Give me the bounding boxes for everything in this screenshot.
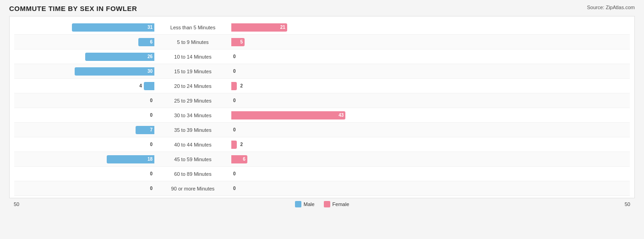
right-axis-label: 50	[625, 201, 630, 207]
bar-row: 060 to 89 Minutes0	[14, 167, 630, 181]
female-value: 21	[278, 25, 287, 30]
row-label: 30 to 34 Minutes	[156, 113, 229, 118]
female-swatch	[324, 201, 330, 207]
male-bar: 30	[75, 67, 154, 76]
row-label: 45 to 59 Minutes	[156, 157, 229, 162]
female-bar: 6	[231, 155, 247, 163]
row-label: 90 or more Minutes	[156, 186, 229, 191]
female-value-zero: 0	[233, 54, 236, 59]
female-value: 5	[238, 39, 245, 44]
male-value: 30	[146, 69, 154, 74]
female-value: 2	[240, 83, 243, 88]
female-bar	[231, 141, 237, 149]
female-bar	[231, 82, 237, 90]
male-bar: 18	[107, 155, 154, 163]
legend-female: Female	[324, 201, 349, 207]
male-value: 18	[146, 157, 154, 162]
female-value: 2	[240, 142, 243, 147]
male-label: Male	[304, 201, 315, 207]
bar-row: 65 to 9 Minutes5	[14, 35, 630, 49]
male-value-zero: 0	[150, 171, 153, 176]
bar-row: 31Less than 5 Minutes21	[14, 20, 630, 35]
chart-title: COMMUTE TIME BY SEX IN FOWLER	[9, 5, 137, 12]
female-value-zero: 0	[233, 186, 236, 191]
row-label: 15 to 19 Minutes	[156, 69, 229, 74]
female-value-zero: 0	[233, 69, 236, 74]
male-bar: 6	[138, 38, 154, 46]
row-label: 35 to 39 Minutes	[156, 127, 229, 133]
legend-center: Male Female	[295, 201, 349, 207]
male-bar: 7	[136, 126, 154, 134]
bar-row: 040 to 44 Minutes2	[14, 137, 630, 152]
female-value-zero: 0	[233, 127, 236, 132]
male-bar	[144, 82, 154, 90]
female-label: Female	[333, 201, 349, 207]
male-value: 7	[148, 127, 154, 132]
row-label: 25 to 29 Minutes	[156, 98, 229, 103]
male-value-zero: 0	[150, 98, 153, 103]
female-value: 43	[337, 113, 345, 118]
bar-row: 090 or more Minutes0	[14, 181, 630, 196]
male-value: 6	[148, 39, 154, 44]
female-bar: 43	[231, 111, 345, 120]
bar-row: 420 to 24 Minutes2	[14, 79, 630, 93]
male-value: 26	[146, 54, 154, 59]
row-label: Less than 5 Minutes	[156, 25, 229, 30]
row-label: 20 to 24 Minutes	[156, 83, 229, 89]
male-value-zero: 0	[150, 186, 153, 191]
female-value-zero: 0	[233, 171, 236, 176]
chart-header: COMMUTE TIME BY SEX IN FOWLER Source: Zi…	[9, 5, 635, 12]
legend-male: Male	[295, 201, 315, 207]
female-bar: 21	[231, 23, 287, 32]
left-axis-label: 50	[14, 201, 19, 207]
male-value-zero: 0	[150, 142, 153, 147]
row-label: 5 to 9 Minutes	[156, 39, 229, 45]
row-label: 40 to 44 Minutes	[156, 142, 229, 147]
chart-source: Source: ZipAtlas.com	[587, 5, 635, 10]
bar-row: 3015 to 19 Minutes0	[14, 64, 630, 79]
row-label: 60 to 89 Minutes	[156, 171, 229, 177]
female-value: 6	[241, 157, 247, 162]
male-swatch	[295, 201, 301, 207]
female-bar: 5	[231, 38, 245, 46]
legend-area: 50 Male Female 50	[9, 201, 635, 207]
male-value: 31	[146, 25, 154, 30]
chart-area: 31Less than 5 Minutes2165 to 9 Minutes52…	[9, 16, 635, 198]
bar-row: 2610 to 14 Minutes0	[14, 49, 630, 64]
male-bar: 31	[72, 23, 154, 32]
bar-row: 025 to 29 Minutes0	[14, 93, 630, 108]
male-value: 4	[139, 83, 142, 88]
row-label: 10 to 14 Minutes	[156, 54, 229, 60]
bar-row: 735 to 39 Minutes0	[14, 123, 630, 137]
female-value-zero: 0	[233, 98, 236, 103]
chart-container: COMMUTE TIME BY SEX IN FOWLER Source: Zi…	[9, 5, 635, 207]
bar-row: 030 to 34 Minutes43	[14, 108, 630, 123]
male-bar: 26	[85, 53, 154, 61]
bar-row: 1845 to 59 Minutes6	[14, 152, 630, 167]
male-value-zero: 0	[150, 113, 153, 118]
